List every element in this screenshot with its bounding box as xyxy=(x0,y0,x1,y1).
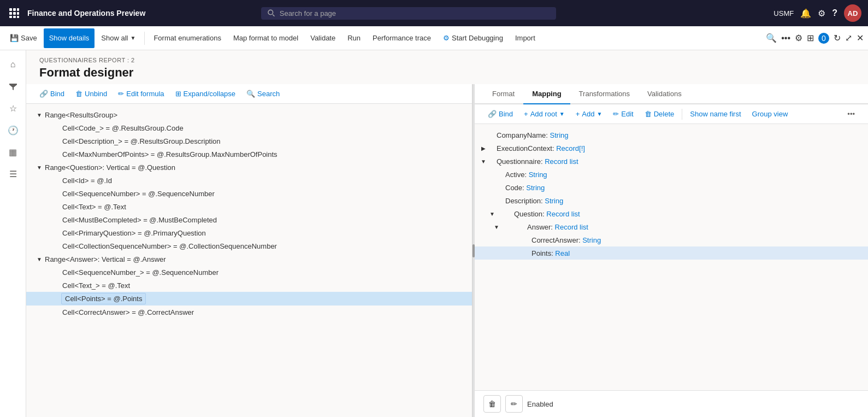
format-enumerations-button[interactable]: Format enumerations xyxy=(148,28,227,48)
unbind-button[interactable]: 🗑 Unbind xyxy=(71,87,111,100)
model-item-active[interactable]: Active: String xyxy=(475,168,868,181)
delete-button[interactable]: 🗑 Delete xyxy=(640,108,679,120)
search-bar[interactable] xyxy=(261,7,556,20)
svg-rect-7 xyxy=(13,16,16,18)
tree-item-cell-text[interactable]: Cell<Text> = @.Text xyxy=(26,200,472,213)
search-icon-cmd[interactable]: 🔍 xyxy=(766,33,777,43)
svg-point-9 xyxy=(268,10,273,15)
topbar: Finance and Operations Preview USMF 🔔 ⚙ … xyxy=(0,0,868,26)
map-format-button[interactable]: Map format to model xyxy=(228,28,304,48)
run-button[interactable]: Run xyxy=(342,28,366,48)
tab-format[interactable]: Format xyxy=(483,84,523,104)
sidebar-star[interactable]: ☆ xyxy=(3,98,23,118)
tree-item-cell-must[interactable]: Cell<MustBeCompleted> = @.MustBeComplete… xyxy=(26,213,472,226)
show-details-button[interactable]: Show details xyxy=(44,28,95,48)
tree-arrow[interactable]: ▼ xyxy=(35,112,44,118)
tree-arrow[interactable]: ▼ xyxy=(488,211,497,217)
sidebar-history[interactable]: 🕐 xyxy=(3,120,23,140)
tree-label: Cell<Description_> = @.ResultsGroup.Desc… xyxy=(61,137,221,145)
svg-rect-4 xyxy=(13,12,16,15)
import-button[interactable]: Import xyxy=(510,28,541,48)
tree-item-cell-correct[interactable]: Cell<CorrectAnswer> = @.CorrectAnswer xyxy=(26,306,472,319)
mapping-bind-button[interactable]: 🔗 Bind xyxy=(483,108,517,120)
more-dots[interactable]: ••• xyxy=(781,33,790,43)
save-button[interactable]: 💾 Save xyxy=(4,28,43,48)
tree-arrow[interactable]: ▼ xyxy=(492,224,501,230)
model-item-description[interactable]: Description: String xyxy=(475,194,868,207)
tree-arrow[interactable]: ▼ xyxy=(35,165,44,171)
page-title: Format designer xyxy=(39,66,855,80)
left-panel: 🔗 Bind 🗑 Unbind ✏ Edit formula ⊞ Expand/… xyxy=(26,84,473,417)
settings-icon[interactable]: ⚙ xyxy=(818,8,825,19)
tree-item-cell-id[interactable]: Cell<Id> = @.Id xyxy=(26,174,472,187)
tree-item-cell-primary[interactable]: Cell<PrimaryQuestion> = @.PrimaryQuestio… xyxy=(26,226,472,239)
edit-formula-button[interactable]: ✏ Edit formula xyxy=(114,87,168,100)
tree-item-cell-desc[interactable]: Cell<Description_> = @.ResultsGroup.Desc… xyxy=(26,134,472,148)
tab-validations[interactable]: Validations xyxy=(639,84,690,104)
trash-button[interactable]: 🗑 xyxy=(483,395,501,413)
sidebar-table[interactable]: ▦ xyxy=(3,142,23,162)
show-name-first-button[interactable]: Show name first xyxy=(686,108,745,120)
tree-item-cell-seq[interactable]: Cell<SequenceNumber> = @.SequenceNumber xyxy=(26,187,472,200)
tab-mapping[interactable]: Mapping xyxy=(523,84,570,104)
expand-collapse-button[interactable]: ⊞ Expand/collapse xyxy=(171,87,240,100)
apps-icon[interactable] xyxy=(7,5,22,21)
search-button[interactable]: 🔍 Search xyxy=(242,87,284,100)
tree-item-range-answer[interactable]: ▼ Range<Answer>: Vertical = @.Answer xyxy=(26,252,472,266)
model-item-code[interactable]: Code: String xyxy=(475,181,868,194)
separator xyxy=(144,32,145,45)
settings-icon-cmd[interactable]: ⚙ xyxy=(795,33,802,43)
model-item-company[interactable]: CompanyName: String xyxy=(475,128,868,142)
badge-icon[interactable]: 0 xyxy=(818,33,829,44)
model-item-correctanswer[interactable]: CorrectAnswer: String xyxy=(475,233,868,246)
help-icon[interactable]: ? xyxy=(832,8,837,18)
model-item-answer[interactable]: ▼ Answer: Record list xyxy=(475,220,868,233)
tree-item-cell-text2[interactable]: Cell<Text_> = @.Text xyxy=(26,279,472,292)
delete-icon: 🗑 xyxy=(645,110,652,118)
tree-arrow[interactable]: ▼ xyxy=(479,158,488,165)
edit-button[interactable]: ✏ Edit xyxy=(609,108,637,120)
tree-item-range-question[interactable]: ▼ Range<Question>: Vertical = @.Question xyxy=(26,161,472,174)
tree-item-cell-max[interactable]: Cell<MaxNumberOfPoints> = @.ResultsGroup… xyxy=(26,148,472,161)
group-view-button[interactable]: Group view xyxy=(748,108,793,120)
tree-arrow[interactable]: ▼ xyxy=(35,256,44,262)
bind-button[interactable]: 🔗 Bind xyxy=(35,87,69,100)
bell-icon[interactable]: 🔔 xyxy=(800,8,811,19)
validate-button[interactable]: Validate xyxy=(305,28,341,48)
enabled-status: Enabled xyxy=(527,400,553,408)
model-item-questionnaire[interactable]: ▼ Questionnaire: Record list xyxy=(475,155,868,168)
sidebar-filter[interactable] xyxy=(3,77,23,96)
tree-item-cell-points[interactable]: Cell<Points> = @.Points xyxy=(26,292,472,306)
refresh-icon[interactable]: ↻ xyxy=(834,33,841,43)
tree-item-cell-seq2[interactable]: Cell<SequenceNumber_> = @.SequenceNumber xyxy=(26,266,472,279)
sidebar-list[interactable]: ☰ xyxy=(3,164,23,184)
sidebar-home[interactable]: ⌂ xyxy=(3,55,23,74)
show-all-button[interactable]: Show all ▼ xyxy=(96,28,141,48)
add-root-button[interactable]: + Add root ▼ xyxy=(519,108,569,120)
tabs: Format Mapping Transformations Validatio… xyxy=(475,84,868,104)
tab-transformations[interactable]: Transformations xyxy=(570,84,639,104)
model-item-points[interactable]: Points: Real xyxy=(475,246,868,260)
tree-item-range-results[interactable]: ▼ Range<ResultsGroup> xyxy=(26,108,472,121)
search-input[interactable] xyxy=(280,9,550,17)
tree-arrow[interactable]: ▶ xyxy=(479,145,488,151)
model-item-exec[interactable]: ▶ ExecutionContext: Record[!] xyxy=(475,142,868,155)
tree-label: Cell<MustBeCompleted> = @.MustBeComplete… xyxy=(61,216,217,224)
start-debugging-button[interactable]: ⚙ Start Debugging xyxy=(438,28,509,48)
tree-item-cell-coll[interactable]: Cell<CollectionSequenceNumber> = @.Colle… xyxy=(26,239,472,252)
username-label: USMF xyxy=(773,9,794,17)
add-button[interactable]: + Add ▼ xyxy=(571,108,607,120)
avatar[interactable]: AD xyxy=(844,4,861,22)
edit-pencil-button[interactable]: ✏ xyxy=(505,395,523,413)
content-area: QUESTIONNAIRES REPORT : 2 Format designe… xyxy=(26,50,868,417)
bind-icon: 🔗 xyxy=(39,90,48,98)
bind-icon: 🔗 xyxy=(488,110,497,118)
tree-item-cell-code[interactable]: Cell<Code_> = @.ResultsGroup.Code xyxy=(26,121,472,134)
expand-icon[interactable]: ⤢ xyxy=(845,33,852,43)
more-options-button[interactable]: ••• xyxy=(843,108,859,120)
close-icon[interactable]: ✕ xyxy=(857,33,864,43)
apps-icon-cmd[interactable]: ⊞ xyxy=(807,33,814,43)
model-item-question[interactable]: ▼ Question: Record list xyxy=(475,207,868,220)
performance-trace-button[interactable]: Performance trace xyxy=(367,28,436,48)
resize-handle[interactable] xyxy=(473,84,475,417)
